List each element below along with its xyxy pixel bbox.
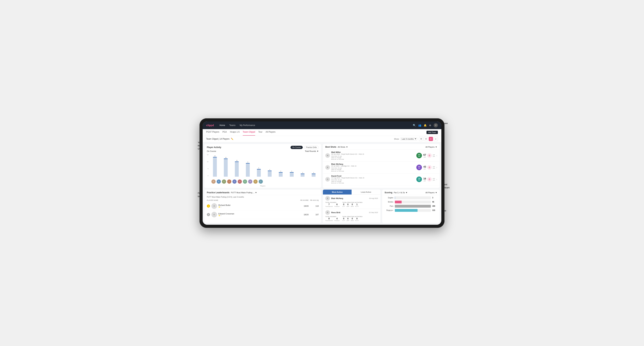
apc-date: 02 Sep 2023 (369, 212, 378, 213)
lb-pb-score: 19/20 (300, 205, 308, 207)
tournament-rounds: 7 Tournament (325, 203, 333, 207)
tab-team-clippd[interactable]: Team Clippd (243, 129, 255, 136)
app-val: 0 APP (346, 203, 349, 207)
scoring-row: Birdies 96 (385, 201, 437, 203)
scoring-bar-label: Eagles (385, 197, 394, 199)
scoring-players-filter[interactable]: All Players ▼ (426, 191, 437, 194)
shot-player-name: David Ford (331, 175, 415, 177)
lb-table-header: PLAYER NAME PB SCORE PB AVG SQ (204, 199, 321, 202)
lb-rows-container: 1 R Richard Butler ⭐ 1 19/20 110 2 E Edw… (204, 202, 321, 219)
practice-filter[interactable]: PUTT Must Make Putting ... ▼ (231, 191, 257, 194)
bar-group: 10 (232, 160, 242, 177)
player-avatar: J (227, 179, 231, 184)
nav-link-home[interactable]: Home (220, 124, 225, 127)
shot-stat-dist: 43 yds (423, 165, 426, 170)
bell-icon[interactable]: 🔔 (424, 124, 427, 127)
lb-player-name: Edward Crossman (218, 213, 298, 215)
player-avatar: E (232, 179, 236, 184)
tab-pgat-players[interactable]: PGAT Players (206, 129, 219, 136)
player-avatar: R (243, 179, 247, 184)
scoring-bar-fill (395, 201, 402, 203)
scoring-bar-wrap (395, 201, 431, 203)
apc-avatar: R (325, 210, 330, 215)
shot-card[interactable]: M Matt Miller 09 Jun 2023 · Royal North … (323, 150, 440, 162)
bar-group: 2 (298, 172, 308, 176)
view-icons: ⊞ ⊟ ♥ ≡ (419, 137, 438, 141)
shot-stat-zero-label: ydsyds (433, 166, 435, 169)
lb-col-player-name: PLAYER NAME (207, 199, 298, 201)
tab-tour[interactable]: Tour (258, 129, 262, 136)
bar-group: 5 (254, 168, 264, 176)
scoring-bar-fill (395, 209, 418, 212)
all-shots-filter[interactable]: All Shots ▼ (338, 146, 348, 148)
player-avatar: L (259, 179, 263, 184)
player-activity-header: Player Activity On Course Practice Drill… (204, 144, 321, 150)
apc-stats: Total Rounds 7 Tournament 6 Practice Tot… (325, 202, 378, 207)
search-icon[interactable]: 🔍 (413, 124, 416, 127)
par-filter[interactable]: Par 3, 4 & 5s ▼ (394, 191, 408, 194)
view-list[interactable]: ≡ (434, 137, 438, 141)
shot-stats: 67 yds 0 ydsyds (423, 153, 435, 158)
lb-player-name: Richard Butler (218, 204, 298, 206)
tab-all-players[interactable]: All Players (266, 129, 276, 136)
rounds-vals: 8 Tournament 4 Practice (325, 217, 340, 221)
apc-date: 26 Aug 2023 (369, 197, 378, 199)
nav-link-teams[interactable]: Teams (229, 124, 235, 127)
add-team-button[interactable]: Add Team (426, 131, 438, 134)
chevron-right-icon: › (436, 166, 437, 169)
lb-col-pb-score: PB SCORE (300, 199, 308, 201)
chevron-right-icon: › (436, 154, 437, 157)
shot-stat-dist: 16 yds (423, 177, 426, 181)
activity-player-card: R Rees Britt 02 Sep 2023 Total Rounds 8 … (323, 209, 380, 223)
scoring-bar-label: Bogeys+ (385, 209, 394, 211)
scoring-bar-wrap (395, 205, 431, 208)
shot-badge: 198SG (416, 176, 422, 182)
shot-mini-desc: Shot Dist: 43 ydsStart Lie: RoughEnd Lie… (331, 167, 415, 172)
practice-drills-toggle[interactable]: Practice Drills (304, 146, 319, 149)
chart-sub-header: On Course Total Rounds ▼ (204, 150, 321, 153)
best-shots-header: Best Shots All Shots ▼ All Players ▼ (323, 144, 440, 150)
tablet-frame: clippd Home Teams My Performance 🔍 👥 🔔 ⊕… (200, 118, 444, 228)
rounds-vals: 7 Tournament 6 Practice (325, 203, 340, 207)
player-avatar: D (222, 179, 226, 184)
nav-link-my-performance[interactable]: My Performance (240, 124, 255, 127)
on-course-toggle[interactable]: On Course (290, 146, 303, 149)
shot-info: Matt Miller 09 Jun 2023 · Royal North De… (331, 151, 415, 160)
bar-group: 13 (210, 155, 220, 177)
edit-icon[interactable]: ✏️ (231, 138, 234, 140)
shot-detail: 24 Aug 2023 · Royal North Devon GC · Hol… (331, 177, 415, 179)
show-select[interactable]: Last 3 months Last month Last 6 months L… (400, 137, 417, 141)
scoring-chart: Eagles 3 Birdies 96 Pars 499 Bogeys+ 315 (382, 195, 440, 215)
scoring-bar-label: Pars (385, 205, 394, 207)
bars-container: 13 12 10 9 5 4 3 3 (210, 154, 319, 177)
chart-area: 15 10 5 0 13 12 10 (204, 153, 321, 178)
scoring-row: Pars 499 (385, 205, 437, 208)
least-active-tab[interactable]: Least Active (352, 190, 380, 194)
avatar[interactable]: U (434, 123, 438, 127)
users-icon[interactable]: 👥 (418, 124, 421, 127)
lb-rank-badge: ⭐ 2 (218, 215, 298, 216)
shot-badge: 200SG (416, 165, 422, 170)
practice-rounds: 6 Practice (334, 203, 340, 207)
shot-card[interactable]: D David Ford 24 Aug 2023 · Royal North D… (323, 173, 440, 185)
plus-circle-icon[interactable]: ⊕ (429, 124, 431, 127)
practice-leaderboards-panel: Practice Leaderboards PUTT Must Make Put… (204, 190, 321, 223)
tabs-row: PGAT Players PGA Hcaps 1-5 Team Clippd T… (203, 129, 441, 136)
all-players-filter[interactable]: All Players ▼ (426, 146, 437, 148)
total-rounds-dropdown[interactable]: Total Rounds ▼ (305, 150, 319, 152)
lb-player-avatar: R (212, 203, 217, 209)
tab-hcaps[interactable]: Hcaps 1-5 (230, 129, 240, 136)
view-grid-large[interactable]: ⊞ (419, 137, 423, 141)
shot-info: David Ford 24 Aug 2023 · Royal North Dev… (331, 175, 415, 184)
shot-stat-zero: 0 (427, 165, 432, 170)
shot-card[interactable]: B Blair McHarg 23 Jul 2023 · Ashridge GC… (323, 162, 440, 173)
on-course-label: On Course (207, 150, 216, 152)
most-active-tab[interactable]: Most Active (323, 190, 352, 194)
shot-detail: 23 Jul 2023 · Ashridge GC · Hole 15 (331, 165, 415, 167)
nav-icons: 🔍 👥 🔔 ⊕ U (413, 123, 438, 127)
view-grid-small[interactable]: ⊟ (424, 137, 428, 141)
view-heart[interactable]: ♥ (429, 137, 433, 141)
shot-stat-zero-label: ydsyds (433, 178, 435, 181)
practice-title: Practice Leaderboards (207, 191, 230, 194)
tab-pga[interactable]: PGA (222, 129, 227, 136)
